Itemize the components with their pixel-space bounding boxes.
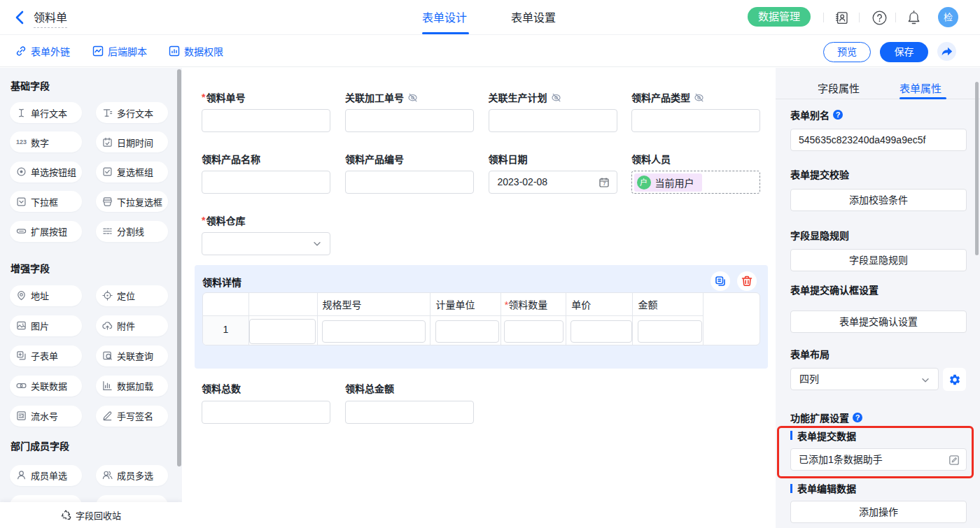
svg-text:7: 7 (603, 180, 606, 187)
